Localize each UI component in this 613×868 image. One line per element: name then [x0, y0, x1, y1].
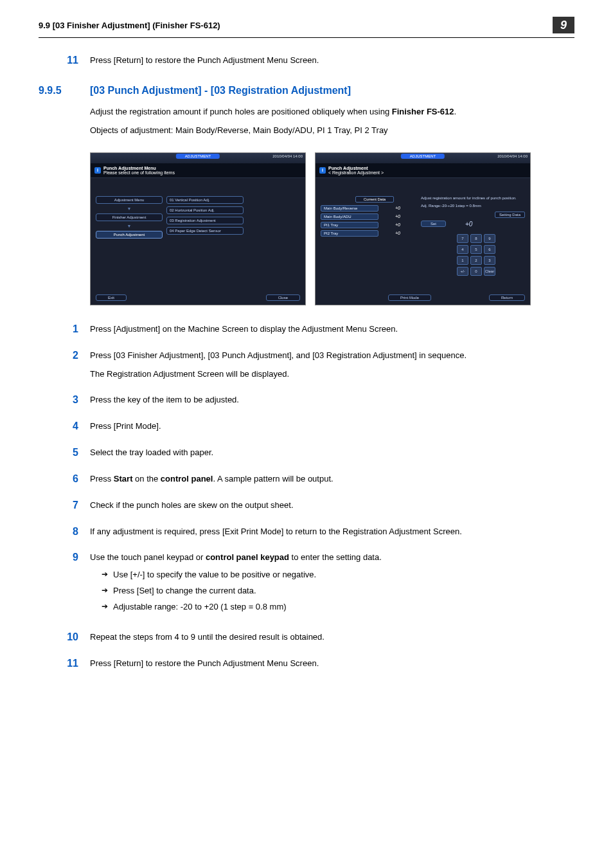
- nav-arrow-icon: ▼: [96, 206, 163, 211]
- section-title: [03 Punch Adjustment] - [03 Registration…: [90, 85, 574, 96]
- step-number: 8: [39, 526, 90, 538]
- step-text: Press [Print Mode].: [90, 420, 574, 433]
- step-number: 4: [39, 420, 90, 432]
- shot1-header-line2: Please select one of following items: [103, 170, 175, 175]
- shot1-options-col: 01 Vertical Position Adj. 02 Horizontal …: [166, 196, 244, 239]
- info-icon: i: [319, 167, 326, 174]
- intro-p1-bold: Finisher FS-612: [392, 107, 454, 116]
- step-row: 6Press Start on the control panel. A sam…: [39, 473, 574, 485]
- close-button[interactable]: Close: [266, 294, 300, 301]
- row-main-body-adu[interactable]: Main Body/ADU: [321, 213, 378, 220]
- current-data-label: Current Data: [355, 196, 394, 203]
- step-row: 7 Check if the punch holes are skew on t…: [39, 500, 574, 512]
- step-number: 9: [39, 552, 90, 563]
- shot1-nav-col: Adjustment Menu ▼ Finisher Adjustment ▼ …: [96, 196, 163, 239]
- section-heading: 9.9.5 [03 Punch Adjustment] - [03 Regist…: [39, 85, 574, 96]
- step-text: Select the tray loaded with paper.: [90, 447, 574, 459]
- intro-p1-after: .: [454, 107, 457, 116]
- step-row: 3Press the key of the item to be adjuste…: [39, 394, 574, 406]
- shot1-titlebar: ADJUSTMENT 2010/04/04 14:00: [91, 153, 305, 163]
- step-row: 11Press [Return] to restore the Punch Ad…: [39, 658, 574, 670]
- bullet-item: Press [Set] to change the current data.: [102, 585, 574, 597]
- page-header: 9.9 [03 Finisher Adjustment] (Finisher F…: [39, 12, 574, 38]
- return-button[interactable]: Return: [489, 294, 525, 301]
- step-row: 5Select the tray loaded with paper.: [39, 447, 574, 459]
- nav-finisher-adjustment[interactable]: Finisher Adjustment: [96, 213, 163, 221]
- key-7[interactable]: 7: [457, 234, 468, 243]
- step-text: Press [03 Finisher Adjustment], [03 Punc…: [90, 350, 574, 381]
- key-plusminus[interactable]: +/-: [457, 267, 468, 276]
- opt-paper-edge-detect[interactable]: 04 Paper Edge Detect Sensor: [166, 227, 244, 235]
- opt-horizontal-position[interactable]: 02 Horizontal Position Adj.: [166, 206, 244, 214]
- print-mode-button[interactable]: Print Mode: [388, 294, 431, 301]
- key-8[interactable]: 8: [470, 234, 482, 243]
- shot2-datetime: 2010/04/04 14:00: [497, 154, 528, 158]
- val-pi2-tray: +0: [381, 231, 400, 235]
- key-4[interactable]: 4: [457, 245, 468, 254]
- step-text: Press [Adjustment] on the Machine Screen…: [90, 323, 574, 336]
- key-3[interactable]: 3: [484, 256, 495, 265]
- key-6[interactable]: 6: [484, 245, 495, 254]
- intro-p1: Adjust the registration amount if punch …: [90, 105, 574, 118]
- step-row: 2Press [03 Finisher Adjustment], [03 Pun…: [39, 350, 574, 381]
- row-pi1-tray[interactable]: PI1 Tray: [321, 222, 378, 228]
- row-main-body-reverse[interactable]: Main Body/Reverse: [321, 205, 378, 212]
- screenshots: ADJUSTMENT 2010/04/04 14:00 i Punch Adju…: [90, 152, 574, 305]
- shot1-header-line1: Punch Adjustment Menu: [103, 166, 175, 170]
- setting-value: +0: [465, 221, 472, 228]
- key-5[interactable]: 5: [470, 245, 482, 254]
- step-number: 11: [39, 658, 90, 669]
- key-2[interactable]: 2: [470, 256, 482, 265]
- header-left: 9.9 [03 Finisher Adjustment] (Finisher F…: [39, 21, 553, 30]
- intro-p1-before: Adjust the registration amount if punch …: [90, 107, 392, 116]
- step-row: 8If any adjustment is required, press [E…: [39, 526, 574, 538]
- step-text: Press the key of the item to be adjusted…: [90, 394, 574, 406]
- step-subtext: The Registration Adjustment Screen will …: [90, 368, 574, 381]
- val-main-body-reverse: +0: [381, 206, 400, 210]
- step-number: 11: [39, 55, 90, 66]
- screenshot-1: ADJUSTMENT 2010/04/04 14:00 i Punch Adju…: [90, 152, 306, 305]
- intro-block: Adjust the registration amount if punch …: [90, 105, 574, 137]
- step-number: 3: [39, 394, 90, 406]
- key-0[interactable]: 0: [470, 267, 482, 276]
- step-text: Check if the punch holes are skew on the…: [90, 500, 574, 512]
- step-text: Repeat the steps from 4 to 9 until the d…: [90, 631, 574, 644]
- opt-registration-adjustment[interactable]: 03 Registration Adjustment: [166, 217, 244, 224]
- exit-button[interactable]: Exit: [96, 294, 127, 301]
- keypad: 7 8 9 4 5 6 1 2 3 +/- 0 Clear: [457, 234, 525, 276]
- step-number: 7: [39, 500, 90, 511]
- step-row: 10Repeat the steps from 4 to 9 until the…: [39, 631, 574, 644]
- shot1-title-pill: ADJUSTMENT: [176, 154, 220, 159]
- nav-adjustment-menu[interactable]: Adjustment Menu: [96, 196, 163, 204]
- section-number: 9.9.5: [39, 85, 90, 96]
- step-row: 9Use the touch panel keypad or control p…: [39, 552, 574, 617]
- step-row: 11 Press [Return] to restore the Punch A…: [39, 55, 574, 67]
- shot1-header: i Punch Adjustment Menu Please select on…: [91, 163, 305, 178]
- step-row: 4Press [Print Mode].: [39, 420, 574, 433]
- key-9[interactable]: 9: [484, 234, 495, 243]
- shot2-titlebar: ADJUSTMENT 2010/04/04 14:00: [315, 153, 530, 163]
- val-pi1-tray: +0: [381, 222, 400, 227]
- row-pi2-tray[interactable]: PI2 Tray: [321, 230, 378, 237]
- shot2-header-line1: Punch Adjustment: [328, 166, 384, 170]
- bullet-item: Use [+/-] to specify the value to be pos…: [102, 569, 574, 581]
- set-button[interactable]: Set: [421, 221, 446, 227]
- shot2-header-line2: < Registration Adjustment >: [328, 170, 384, 175]
- key-1[interactable]: 1: [457, 256, 468, 265]
- intro-p2: Objects of adjustment: Main Body/Reverse…: [90, 124, 574, 137]
- shot2-range: Adj. Range:-20-+20 1step = 0.8mm: [421, 204, 525, 208]
- opt-vertical-position[interactable]: 01 Vertical Position Adj.: [166, 196, 244, 204]
- step-number: 6: [39, 473, 90, 485]
- step-text: Press [Return] to restore the Punch Adju…: [90, 55, 574, 67]
- key-clear[interactable]: Clear: [484, 267, 495, 276]
- nav-arrow-icon: ▼: [96, 224, 163, 228]
- step-number: 1: [39, 323, 90, 335]
- step-number: 5: [39, 447, 90, 458]
- step-text: Press [Return] to restore the Punch Adju…: [90, 658, 574, 670]
- chapter-badge: 9: [553, 17, 574, 33]
- shot2-desc: Adjust registration amount for inclines …: [421, 196, 525, 200]
- nav-punch-adjustment[interactable]: Punch Adjustment: [96, 231, 163, 239]
- shot2-right-col: Adjust registration amount for inclines …: [421, 196, 525, 276]
- shot1-datetime: 2010/04/04 14:00: [272, 154, 303, 158]
- info-icon: i: [94, 167, 101, 174]
